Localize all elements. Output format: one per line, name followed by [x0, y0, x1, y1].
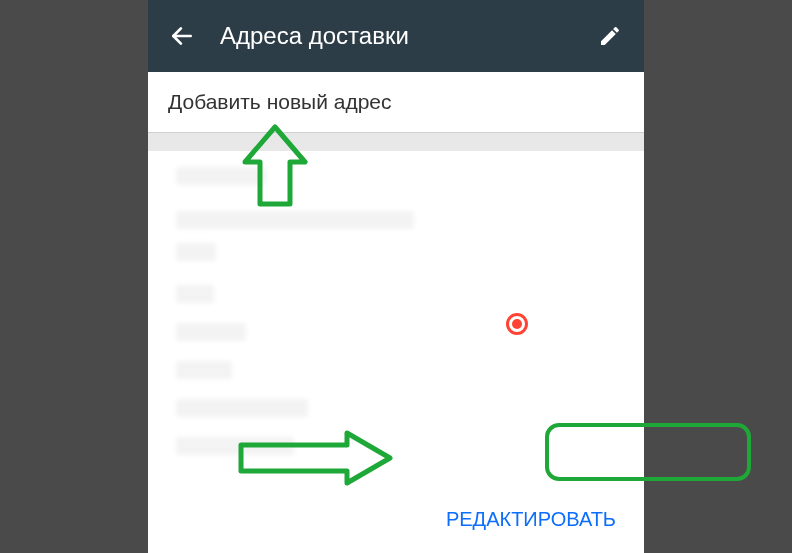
divider: [148, 133, 644, 151]
back-button[interactable]: [168, 22, 196, 50]
header-bar: Адреса доставки: [148, 0, 644, 72]
header-edit-button[interactable]: [596, 22, 624, 50]
address-line: [176, 167, 266, 185]
address-line: [176, 211, 414, 229]
address-line: [176, 437, 294, 455]
address-line: [176, 243, 216, 261]
address-card[interactable]: РЕДАКТИРОВАТЬ: [148, 151, 644, 553]
address-line: [176, 323, 246, 341]
selected-radio-icon[interactable]: [506, 313, 528, 335]
edit-address-button[interactable]: РЕДАКТИРОВАТЬ: [446, 508, 616, 531]
address-line: [176, 361, 232, 379]
arrow-left-icon: [169, 23, 195, 49]
address-line: [176, 399, 308, 417]
pencil-icon: [598, 24, 622, 48]
page-title: Адреса доставки: [220, 22, 596, 50]
address-line: [176, 285, 214, 303]
add-new-address[interactable]: Добавить новый адрес: [148, 72, 644, 133]
app-screen: Адреса доставки Добавить новый адрес РЕД…: [148, 0, 644, 553]
